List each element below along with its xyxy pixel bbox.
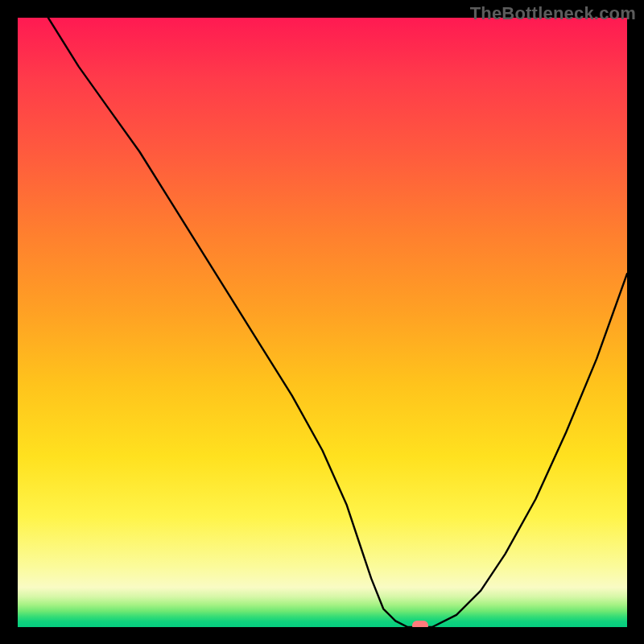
bottleneck-curve [18, 18, 627, 627]
plot-area [18, 18, 627, 627]
optimal-marker [412, 621, 428, 627]
chart-frame: TheBottleneck.com [0, 0, 644, 644]
watermark-text: TheBottleneck.com [470, 3, 636, 24]
curve-path [48, 18, 627, 627]
